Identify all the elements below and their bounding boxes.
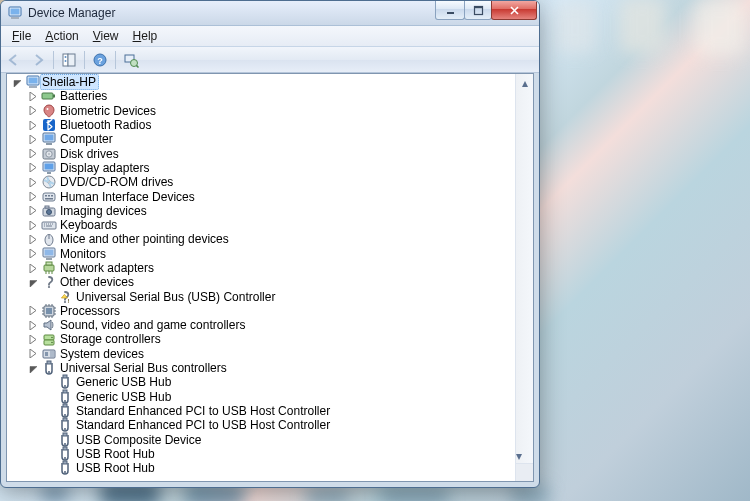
tree-label: Mice and other pointing devices: [59, 232, 229, 246]
tree-device[interactable]: USB Root Hub: [7, 447, 516, 461]
tb-separator: [53, 51, 54, 69]
tree-label: Storage controllers: [59, 332, 161, 346]
tree-toggle[interactable]: [29, 106, 38, 115]
tree-label: Monitors: [59, 247, 106, 261]
close-button[interactable]: [491, 1, 537, 20]
tb-back: [3, 49, 25, 71]
scroll-up-button[interactable]: ▴: [516, 74, 533, 91]
tree-toggle[interactable]: [29, 178, 38, 187]
tree-label: Network adapters: [59, 261, 154, 275]
tree-label: Other devices: [59, 275, 134, 289]
tree-label: USB Root Hub: [75, 461, 155, 475]
tree-toggle[interactable]: [29, 321, 38, 330]
tree-toggle[interactable]: [29, 249, 38, 258]
menu-view[interactable]: View: [86, 26, 126, 46]
tree-label: Generic USB Hub: [75, 390, 171, 404]
tree-category[interactable]: DVD/CD-ROM drives: [7, 175, 516, 189]
tree-category[interactable]: Monitors: [7, 247, 516, 261]
menu-help[interactable]: Help: [126, 26, 165, 46]
scroll-down-button[interactable]: ▾: [516, 447, 522, 464]
tree-category[interactable]: System devices: [7, 347, 516, 361]
tree-device[interactable]: Standard Enhanced PCI to USB Host Contro…: [7, 418, 516, 432]
tree-label: Display adapters: [59, 161, 149, 175]
tree-category[interactable]: Storage controllers: [7, 332, 516, 346]
tree-toggle[interactable]: [29, 364, 38, 373]
tree-category[interactable]: Batteries: [7, 89, 516, 103]
tool-bar: [1, 47, 539, 73]
tb-separator: [115, 51, 116, 69]
unknown-icon: [41, 274, 57, 290]
tree-category[interactable]: Other devices: [7, 275, 516, 289]
menu-bar: File Action View Help: [1, 26, 539, 47]
tree-category[interactable]: Human Interface Devices: [7, 189, 516, 203]
tree-toggle[interactable]: [29, 206, 38, 215]
tree-toggle[interactable]: [29, 121, 38, 130]
tree-toggle[interactable]: [29, 192, 38, 201]
tree-toggle[interactable]: [29, 92, 38, 101]
app-icon: [7, 5, 23, 21]
minimize-button[interactable]: [435, 1, 465, 20]
scrollbar-corner: [516, 463, 533, 481]
tree-toggle[interactable]: [29, 163, 38, 172]
tree-device[interactable]: USB Composite Device: [7, 432, 516, 446]
tree-label: Sound, video and game controllers: [59, 318, 245, 332]
tree-toggle[interactable]: [29, 264, 38, 273]
tree-root[interactable]: Sheila-HP: [7, 75, 516, 89]
tree-category[interactable]: Mice and other pointing devices: [7, 232, 516, 246]
tree-category[interactable]: Biometric Devices: [7, 104, 516, 118]
tree-toggle[interactable]: [29, 135, 38, 144]
tb-help[interactable]: [89, 49, 111, 71]
tree-category[interactable]: Display adapters: [7, 161, 516, 175]
tree-label: Computer: [59, 132, 113, 146]
tree-device[interactable]: Standard Enhanced PCI to USB Host Contro…: [7, 404, 516, 418]
tree-category[interactable]: Keyboards: [7, 218, 516, 232]
tree-toggle[interactable]: [29, 306, 38, 315]
tree-label: Keyboards: [59, 218, 117, 232]
tree-label: Standard Enhanced PCI to USB Host Contro…: [75, 404, 330, 418]
tree-label: USB Composite Device: [75, 433, 201, 447]
tree-label: Bluetooth Radios: [59, 118, 151, 132]
tree-toggle[interactable]: [13, 78, 22, 87]
tree-label: Batteries: [59, 89, 107, 103]
tree-category[interactable]: Processors: [7, 304, 516, 318]
tb-scan-hardware[interactable]: [120, 49, 142, 71]
tb-show-tree[interactable]: [58, 49, 80, 71]
tree-toggle[interactable]: [29, 278, 38, 287]
tree-label: Disk drives: [59, 147, 119, 161]
tree-label: Generic USB Hub: [75, 375, 171, 389]
tree-device[interactable]: Universal Serial Bus (USB) Controller: [7, 289, 516, 303]
maximize-button[interactable]: [464, 1, 492, 20]
tree-label: Universal Serial Bus (USB) Controller: [75, 290, 275, 304]
tree-category[interactable]: Network adapters: [7, 261, 516, 275]
tree-label: Human Interface Devices: [59, 190, 195, 204]
tree-device[interactable]: Generic USB Hub: [7, 375, 516, 389]
unknown-warn-icon: [57, 289, 73, 305]
tree-label: Standard Enhanced PCI to USB Host Contro…: [75, 418, 330, 432]
tree-toggle[interactable]: [29, 349, 38, 358]
tree-label: Biometric Devices: [59, 104, 156, 118]
tree-category[interactable]: Universal Serial Bus controllers: [7, 361, 516, 375]
tree-toggle[interactable]: [29, 335, 38, 344]
tree-category[interactable]: Sound, video and game controllers: [7, 318, 516, 332]
tree-category[interactable]: Bluetooth Radios: [7, 118, 516, 132]
device-manager-window: Device Manager File Action View Help: [0, 0, 540, 488]
usb-icon: [41, 360, 57, 376]
tree-category[interactable]: Computer: [7, 132, 516, 146]
menu-file[interactable]: File: [5, 26, 38, 46]
tree-device[interactable]: Generic USB Hub: [7, 390, 516, 404]
tree-label: Imaging devices: [59, 204, 147, 218]
tree-device[interactable]: USB Root Hub: [7, 461, 516, 475]
vertical-scrollbar[interactable]: ▴ ▾: [515, 74, 533, 481]
tree-label: USB Root Hub: [75, 447, 155, 461]
tree-category[interactable]: Imaging devices: [7, 204, 516, 218]
tree-label: Processors: [59, 304, 120, 318]
tree-toggle[interactable]: [29, 221, 38, 230]
tree-toggle[interactable]: [29, 149, 38, 158]
tree-toggle[interactable]: [29, 235, 38, 244]
tree-category[interactable]: Disk drives: [7, 146, 516, 160]
device-tree[interactable]: Sheila-HP Batteries Biometric Devices Bl…: [7, 74, 516, 481]
content-pane: Sheila-HP Batteries Biometric Devices Bl…: [6, 73, 534, 482]
window-title: Device Manager: [28, 6, 436, 20]
title-bar[interactable]: Device Manager: [1, 1, 539, 26]
menu-action[interactable]: Action: [38, 26, 85, 46]
